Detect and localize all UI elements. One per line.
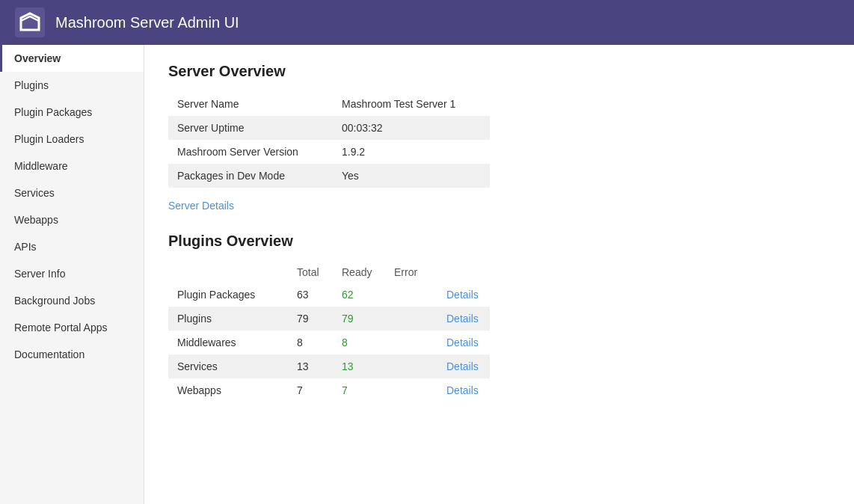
plugin-row-name: Plugins [168, 307, 288, 331]
main-content: Server Overview Server Name Mashroom Tes… [144, 45, 854, 504]
sidebar-item-apis[interactable]: APIs [0, 233, 144, 260]
sidebar-item-overview[interactable]: Overview [0, 45, 144, 72]
plugin-row-ready: 13 [333, 354, 385, 378]
plugin-row-total: 7 [288, 378, 333, 402]
plugin-row-ready: 8 [333, 331, 385, 354]
table-row: Server Name Mashroom Test Server 1 [168, 92, 490, 116]
col-header-ready: Ready [333, 262, 385, 283]
plugin-row-error [385, 307, 437, 331]
col-header-link [437, 262, 490, 283]
server-details-link[interactable]: Server Details [168, 200, 234, 212]
table-row: Mashroom Server Version 1.9.2 [168, 140, 490, 164]
plugin-row-details-link[interactable]: Details [446, 313, 479, 325]
app-title: Mashroom Server Admin UI [55, 14, 239, 31]
table-row: Packages in Dev Mode Yes [168, 164, 490, 188]
plugin-row-error [385, 378, 437, 402]
sidebar-item-plugins[interactable]: Plugins [0, 72, 144, 99]
plugins-table-row: Plugin Packages6362Details [168, 283, 490, 307]
plugin-row-total: 79 [288, 307, 333, 331]
plugin-row-ready: 79 [333, 307, 385, 331]
sidebar: Overview Plugins Plugin Packages Plugin … [0, 45, 144, 504]
col-header-error: Error [385, 262, 437, 283]
sidebar-item-plugin-packages[interactable]: Plugin Packages [0, 99, 144, 126]
plugin-row-name: Services [168, 354, 288, 378]
sidebar-item-documentation[interactable]: Documentation [0, 341, 144, 368]
plugins-overview-table: Total Ready Error Plugin Packages6362Det… [168, 262, 490, 402]
plugin-row-total: 13 [288, 354, 333, 378]
plugins-table-row: Middlewares88Details [168, 331, 490, 354]
sidebar-item-remote-portal-apps[interactable]: Remote Portal Apps [0, 314, 144, 341]
plugin-row-details-link[interactable]: Details [446, 384, 479, 396]
plugins-table-row: Webapps77Details [168, 378, 490, 402]
plugin-row-total: 63 [288, 283, 333, 307]
sidebar-item-middleware[interactable]: Middleware [0, 153, 144, 179]
plugin-row-name: Middlewares [168, 331, 288, 354]
plugins-table-row: Plugins7979Details [168, 307, 490, 331]
plugin-row-name: Plugin Packages [168, 283, 288, 307]
plugin-row-error [385, 283, 437, 307]
server-uptime-value: 00:03:32 [333, 116, 490, 140]
svg-rect-0 [15, 7, 45, 37]
col-header-name [168, 262, 288, 283]
dev-mode-label: Packages in Dev Mode [168, 164, 333, 188]
plugins-table-header: Total Ready Error [168, 262, 490, 283]
plugin-row-total: 8 [288, 331, 333, 354]
plugin-row-details-link[interactable]: Details [446, 289, 479, 301]
col-header-total: Total [288, 262, 333, 283]
server-version-value: 1.9.2 [333, 140, 490, 164]
sidebar-item-server-info[interactable]: Server Info [0, 260, 144, 287]
sidebar-item-background-jobs[interactable]: Background Jobs [0, 287, 144, 314]
app-header: Mashroom Server Admin UI [0, 0, 854, 45]
plugin-row-details-link[interactable]: Details [446, 360, 479, 372]
app-logo [15, 7, 45, 37]
server-uptime-label: Server Uptime [168, 116, 333, 140]
plugin-row-details-link[interactable]: Details [446, 336, 479, 348]
dev-mode-value: Yes [333, 164, 490, 188]
plugin-row-ready: 62 [333, 283, 385, 307]
plugin-row-ready: 7 [333, 378, 385, 402]
sidebar-item-plugin-loaders[interactable]: Plugin Loaders [0, 126, 144, 153]
table-row: Server Uptime 00:03:32 [168, 116, 490, 140]
server-version-label: Mashroom Server Version [168, 140, 333, 164]
plugin-row-error [385, 354, 437, 378]
plugins-overview-title: Plugins Overview [168, 233, 830, 250]
sidebar-item-services[interactable]: Services [0, 179, 144, 206]
plugins-table-row: Services1313Details [168, 354, 490, 378]
server-name-label: Server Name [168, 92, 333, 116]
plugin-row-name: Webapps [168, 378, 288, 402]
server-name-value: Mashroom Test Server 1 [333, 92, 490, 116]
plugin-row-error [385, 331, 437, 354]
server-overview-title: Server Overview [168, 63, 830, 80]
plugins-overview-section: Plugins Overview Total Ready Error Plugi… [168, 233, 830, 402]
sidebar-item-webapps[interactable]: Webapps [0, 206, 144, 233]
server-overview-table: Server Name Mashroom Test Server 1 Serve… [168, 92, 490, 188]
main-layout: Overview Plugins Plugin Packages Plugin … [0, 45, 854, 504]
